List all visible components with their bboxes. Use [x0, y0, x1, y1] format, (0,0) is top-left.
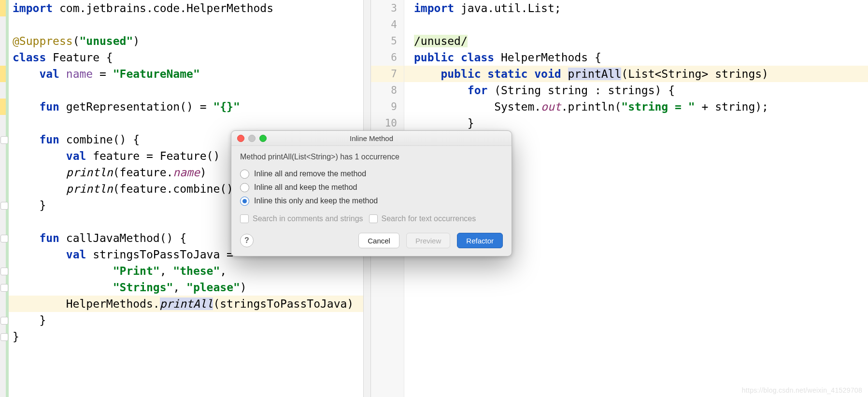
code-token: printAll: [568, 68, 622, 80]
code-line[interactable]: }: [0, 328, 363, 345]
fold-icon[interactable]: [0, 317, 8, 325]
code-token: "Print": [113, 265, 160, 277]
code-token: (feature.combine()): [113, 183, 240, 195]
code-line[interactable]: [0, 115, 363, 131]
code-token: stringsToPassToJava =: [93, 248, 240, 261]
code-token: System.: [414, 100, 541, 113]
code-line[interactable]: import com.jetbrains.code.HelperMethods: [0, 0, 363, 16]
code-token: ): [133, 35, 140, 47]
fold-icon[interactable]: [0, 284, 8, 292]
code-line[interactable]: public static void printAll(List<String>…: [404, 66, 868, 82]
fold-icon[interactable]: [0, 136, 8, 144]
code-token: import: [13, 2, 59, 14]
search-text-label: Search for text occurrences: [382, 214, 476, 223]
code-line[interactable]: class Feature {: [0, 49, 363, 66]
code-line[interactable]: [404, 16, 868, 33]
code-token: + string);: [695, 100, 768, 113]
code-token: ,: [160, 265, 173, 277]
code-token: "Strings": [113, 281, 173, 294]
code-line[interactable]: [0, 16, 363, 33]
line-number: 6: [371, 49, 404, 66]
code-token: [13, 232, 39, 244]
code-token: [13, 183, 66, 195]
code-token: [13, 18, 19, 31]
code-token: "unused": [79, 35, 133, 47]
right-code-area[interactable]: import java.util.List; /unused/public cl…: [404, 0, 868, 131]
code-token: (String string : strings) {: [494, 84, 675, 97]
zoom-icon[interactable]: [259, 135, 267, 142]
code-token: for: [468, 84, 494, 97]
code-token: HelperMethods {: [501, 51, 601, 64]
fold-icon[interactable]: [0, 268, 8, 275]
code-line[interactable]: }: [404, 115, 868, 131]
code-line[interactable]: "Print", "these",: [0, 263, 363, 279]
change-marker: [0, 0, 6, 16]
line-number: 7: [371, 66, 404, 82]
minimize-icon: [248, 135, 256, 142]
code-line[interactable]: val name = "FeatureName": [0, 66, 363, 82]
line-number: 10: [371, 115, 404, 131]
cancel-label: Cancel: [368, 237, 390, 245]
cancel-button[interactable]: Cancel: [358, 233, 399, 248]
code-line[interactable]: @Suppress("unused"): [0, 33, 363, 49]
code-line[interactable]: public class HelperMethods {: [404, 49, 868, 66]
code-line[interactable]: import java.util.List;: [404, 0, 868, 16]
code-token: [13, 100, 39, 113]
dialog-titlebar[interactable]: Inline Method: [231, 131, 512, 146]
preview-label: Preview: [415, 237, 441, 245]
code-token: [13, 166, 66, 179]
code-token: fun: [39, 232, 66, 244]
radio-icon[interactable]: [240, 197, 249, 206]
code-token: "these": [173, 265, 220, 277]
code-token: ,: [220, 265, 227, 277]
code-token: }: [13, 314, 46, 326]
code-line[interactable]: }: [0, 312, 363, 328]
search-comments-checkbox[interactable]: [240, 214, 249, 223]
code-line[interactable]: for (String string : strings) {: [404, 82, 868, 99]
code-token: }: [13, 199, 46, 212]
dialog-body: Method printAll(List<String>) has 1 occu…: [231, 146, 512, 256]
code-line[interactable]: "Strings", "please"): [0, 279, 363, 296]
code-line[interactable]: System.out.println("string = " + string)…: [404, 99, 868, 115]
radio-option[interactable]: Inline all and keep the method: [240, 181, 503, 194]
code-line[interactable]: /unused/: [404, 33, 868, 49]
code-token: name: [173, 166, 199, 179]
radio-icon[interactable]: [240, 170, 249, 179]
code-token: val: [66, 150, 93, 162]
code-token: }: [414, 117, 474, 129]
radio-option[interactable]: Inline all and remove the method: [240, 167, 503, 181]
radio-icon[interactable]: [240, 183, 249, 192]
help-icon: ?: [244, 236, 249, 245]
search-text-checkbox[interactable]: [369, 214, 378, 223]
code-token: [13, 150, 66, 162]
line-number: 4: [371, 16, 404, 33]
code-token: com.jetbrains.code.HelperMethods: [59, 2, 273, 14]
code-token: val: [66, 248, 93, 261]
fold-icon[interactable]: [0, 333, 8, 341]
refactor-label: Refactor: [466, 237, 494, 245]
code-line[interactable]: [0, 82, 363, 99]
code-token: ): [240, 281, 247, 294]
code-token: out: [541, 100, 561, 113]
code-token: =: [93, 68, 113, 80]
code-line[interactable]: HelperMethods.printAll(stringsToPassToJa…: [0, 296, 363, 312]
code-token: fun: [39, 133, 66, 146]
code-token: combine() {: [66, 133, 140, 146]
code-token: name: [66, 68, 93, 80]
code-token: [414, 84, 468, 97]
radio-option[interactable]: Inline this only and keep the method: [240, 194, 503, 208]
close-icon[interactable]: [237, 135, 244, 142]
refactor-button[interactable]: Refactor: [457, 233, 503, 248]
fold-icon[interactable]: [0, 235, 8, 242]
watermark: https://blog.csdn.net/weixin_41529708: [742, 386, 862, 394]
code-token: import: [414, 2, 461, 14]
help-button[interactable]: ?: [240, 234, 254, 247]
fold-icon[interactable]: [0, 202, 8, 210]
code-token: "{}": [213, 100, 240, 113]
code-token: "please": [186, 281, 240, 294]
code-token: [414, 18, 421, 31]
code-token: [13, 248, 66, 261]
code-token: val: [39, 68, 66, 80]
preview-button[interactable]: Preview: [406, 233, 450, 248]
code-line[interactable]: fun getRepresentation() = "{}": [0, 99, 363, 115]
